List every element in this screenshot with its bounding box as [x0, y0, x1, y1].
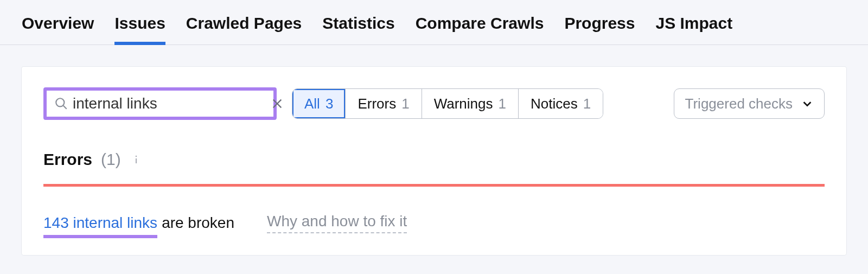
svg-line-1	[63, 106, 67, 109]
info-icon[interactable]	[130, 153, 143, 166]
why-and-how-link[interactable]: Why and how to fix it	[267, 213, 407, 233]
issue-row: 143 internal links are broken Why and ho…	[43, 213, 825, 233]
filter-notices-label: Notices	[531, 95, 578, 112]
filter-warnings-count: 1	[498, 95, 506, 112]
errors-section-header: Errors (1)	[43, 150, 825, 169]
tab-crawled-pages[interactable]: Crawled Pages	[186, 14, 302, 44]
svg-point-4	[135, 156, 137, 157]
search-input-wrapper	[43, 87, 277, 120]
search-icon	[54, 97, 68, 111]
tab-overview[interactable]: Overview	[22, 14, 94, 44]
issues-panel: All 3 Errors 1 Warnings 1 Notices 1 Trig…	[22, 67, 846, 255]
filter-warnings-label: Warnings	[434, 95, 493, 112]
issue-link[interactable]: 143 internal links	[43, 214, 157, 232]
svg-point-0	[56, 98, 64, 106]
search-input[interactable]	[68, 95, 271, 112]
tab-issues[interactable]: Issues	[114, 14, 165, 44]
issue-tail-text: are broken	[162, 214, 234, 232]
tab-statistics[interactable]: Statistics	[322, 14, 394, 44]
triggered-checks-dropdown[interactable]: Triggered checks	[674, 88, 825, 119]
filter-bar: All 3 Errors 1 Warnings 1 Notices 1 Trig…	[43, 87, 825, 120]
filter-errors-label: Errors	[358, 95, 396, 112]
filter-all[interactable]: All 3	[292, 89, 346, 118]
errors-divider	[43, 184, 825, 187]
filter-warnings[interactable]: Warnings 1	[422, 89, 519, 118]
errors-section-count: (1)	[101, 150, 121, 169]
filter-notices[interactable]: Notices 1	[519, 89, 603, 118]
tab-js-impact[interactable]: JS Impact	[655, 14, 732, 44]
filter-all-label: All	[304, 95, 320, 112]
filter-errors-count: 1	[401, 95, 409, 112]
severity-filters: All 3 Errors 1 Warnings 1 Notices 1	[292, 88, 603, 119]
nav-tabs: Overview Issues Crawled Pages Statistics…	[0, 0, 868, 45]
issue-description: 143 internal links are broken	[43, 214, 234, 232]
close-icon	[271, 98, 283, 110]
tab-progress[interactable]: Progress	[564, 14, 635, 44]
errors-section-label: Errors	[43, 150, 92, 169]
chevron-down-icon	[801, 98, 813, 110]
filter-all-count: 3	[326, 95, 333, 112]
tab-compare-crawls[interactable]: Compare Crawls	[416, 14, 544, 44]
filter-notices-count: 1	[583, 95, 591, 112]
dropdown-label: Triggered checks	[685, 95, 793, 112]
clear-search-button[interactable]	[271, 92, 283, 115]
filter-errors[interactable]: Errors 1	[346, 89, 422, 118]
